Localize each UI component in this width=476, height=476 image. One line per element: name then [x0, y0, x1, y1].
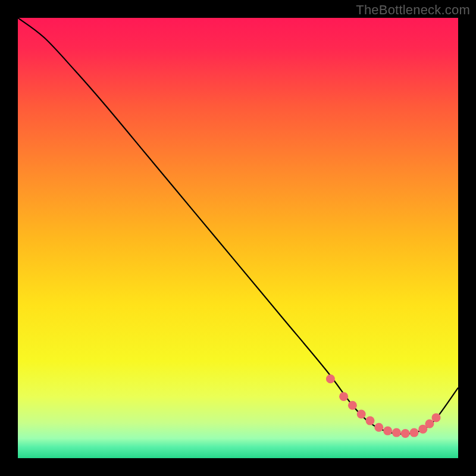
- marker-dot: [383, 427, 392, 436]
- marker-dot: [432, 413, 441, 422]
- marker-dot: [410, 428, 419, 437]
- marker-dot: [366, 416, 375, 425]
- marker-dot: [374, 423, 383, 432]
- gradient-rect: [18, 18, 458, 458]
- marker-dot: [425, 419, 434, 428]
- marker-dot: [392, 428, 401, 437]
- figure-frame: TheBottleneck.com: [0, 0, 476, 476]
- marker-dot: [339, 392, 348, 401]
- marker-dot: [348, 401, 357, 410]
- plot-area: [18, 18, 458, 458]
- marker-dot: [326, 374, 335, 383]
- marker-dot: [357, 410, 366, 419]
- bottleneck-chart: [18, 18, 458, 458]
- marker-dot: [401, 429, 410, 438]
- attribution-text: TheBottleneck.com: [356, 2, 470, 18]
